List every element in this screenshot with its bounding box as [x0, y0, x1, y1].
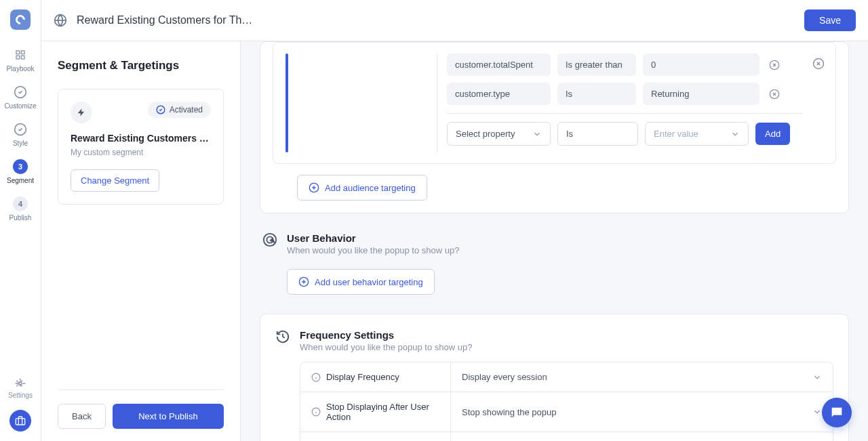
svg-point-15: [264, 234, 276, 246]
check-circle-icon: [13, 85, 28, 100]
select-operator-dropdown[interactable]: Is: [557, 122, 638, 146]
svg-rect-2: [16, 56, 20, 59]
filter-value[interactable]: Returning: [643, 83, 760, 105]
rail-step-customize[interactable]: Customize: [4, 85, 36, 110]
stop-displaying-label: Stop Displaying After User Action: [300, 392, 451, 432]
plus-circle-icon: [309, 182, 319, 193]
remove-filter-button[interactable]: [766, 60, 783, 70]
rail-step-publish[interactable]: 4 Publish: [9, 196, 32, 222]
filter-operator[interactable]: Is greater than: [557, 54, 636, 76]
filter-property[interactable]: customer.totalSpent: [447, 54, 551, 76]
rail-step-label: Playbook: [6, 65, 34, 72]
chevron-down-icon: [812, 407, 822, 417]
section-title: Frequency Settings: [300, 329, 472, 341]
gear-icon: [15, 378, 26, 389]
filter-group-bar: [285, 54, 288, 152]
badge-label: Activated: [170, 105, 203, 114]
chevron-down-icon: [730, 129, 740, 139]
history-icon: [275, 329, 290, 344]
close-circle-icon: [769, 89, 780, 100]
svg-rect-3: [21, 56, 24, 59]
rail-step-label: Style: [13, 140, 28, 147]
globe-icon[interactable]: [54, 14, 67, 27]
filter-operator[interactable]: Is: [557, 83, 636, 105]
grid-icon: [13, 47, 28, 62]
section-subtitle: When would you like the popup to show up…: [300, 342, 472, 352]
plus-circle-icon: [298, 276, 309, 287]
check-circle-icon: [13, 122, 28, 137]
rail-step-label: Segment: [7, 177, 34, 184]
rail-step-playbook[interactable]: Playbook: [6, 47, 34, 72]
filter-value[interactable]: 0: [643, 54, 760, 76]
save-button[interactable]: Save: [804, 9, 856, 31]
target-icon: [262, 232, 277, 247]
segment-title: Reward Existing Customers for Th…: [71, 133, 211, 144]
svg-rect-0: [16, 51, 20, 54]
chevron-down-icon: [812, 373, 822, 382]
stop-displaying-select[interactable]: Stop showing the popup: [451, 392, 833, 432]
divider: [447, 113, 803, 114]
rail-step-label: Publish: [9, 214, 32, 222]
main-area: customer.totalSpent Is greater than 0 cu…: [241, 41, 868, 441]
back-button[interactable]: Back: [58, 404, 106, 429]
panel-heading: Segment & Targetings: [58, 59, 224, 72]
activated-badge: Activated: [148, 102, 211, 118]
info-icon[interactable]: [311, 373, 321, 382]
section-subtitle: When would you like the popup to show up…: [287, 245, 459, 255]
step-number: 3: [13, 159, 28, 174]
chevron-down-icon: [532, 129, 542, 139]
rail-settings-label: Settings: [8, 392, 33, 399]
page-title: Reward Existing Customers for Their …: [77, 14, 253, 26]
segment-card: Activated Reward Existing Customers for …: [58, 89, 224, 205]
step-number: 4: [13, 196, 28, 211]
filter-property[interactable]: customer.type: [447, 83, 551, 105]
svg-rect-1: [21, 51, 24, 54]
remove-filter-button[interactable]: [766, 89, 783, 100]
rail-step-segment[interactable]: 3 Segment: [7, 159, 34, 184]
add-filter-button[interactable]: Add: [755, 123, 790, 145]
chat-fab[interactable]: [822, 398, 852, 427]
change-segment-button[interactable]: Change Segment: [71, 169, 159, 192]
remove-group-button[interactable]: [812, 54, 825, 72]
info-icon[interactable]: [311, 407, 321, 417]
section-title: User Behavior: [287, 232, 459, 244]
add-audience-targeting-button[interactable]: Add audience targeting: [297, 175, 427, 201]
briefcase-icon: [15, 415, 26, 426]
enter-value-input[interactable]: Enter value: [645, 122, 749, 146]
user-behavior-section: User Behavior When would you like the po…: [262, 232, 846, 295]
chat-icon: [829, 405, 844, 420]
display-frequency-select[interactable]: Display every session: [451, 362, 833, 392]
rail-step-style[interactable]: Style: [13, 122, 28, 147]
app-logo[interactable]: [10, 9, 31, 30]
left-panel: Segment & Targetings Activated Reward Ex…: [41, 41, 241, 441]
add-user-behavior-button[interactable]: Add user behavior targeting: [287, 269, 435, 295]
next-publish-button[interactable]: Next to Publish: [113, 404, 224, 429]
rail-step-label: Customize: [4, 102, 36, 110]
display-frequency-label: Display Frequency: [300, 362, 451, 392]
rail-workspace-button[interactable]: [9, 410, 31, 432]
rail-settings[interactable]: Settings: [8, 378, 33, 399]
top-bar: Reward Existing Customers for Their … Sa…: [41, 0, 868, 41]
frequency-settings-card: Frequency Settings When would you like t…: [260, 314, 849, 441]
close-circle-icon: [769, 60, 780, 70]
check-circle-icon: [156, 105, 165, 114]
audience-card: customer.totalSpent Is greater than 0 cu…: [260, 41, 849, 213]
close-circle-icon: [812, 58, 825, 70]
segment-subtitle: My custom segment: [71, 148, 211, 157]
filter-new-row: Select property Is Enter value Add: [447, 122, 803, 146]
select-property-dropdown[interactable]: Select property: [447, 122, 551, 146]
filter-row: customer.totalSpent Is greater than 0: [447, 54, 803, 76]
sidebar-rail: Playbook Customize Style 3 Segment 4 Pub…: [0, 0, 41, 441]
filter-row: customer.type Is Returning: [447, 83, 803, 105]
bolt-icon: [71, 102, 92, 123]
svg-rect-7: [16, 419, 24, 425]
